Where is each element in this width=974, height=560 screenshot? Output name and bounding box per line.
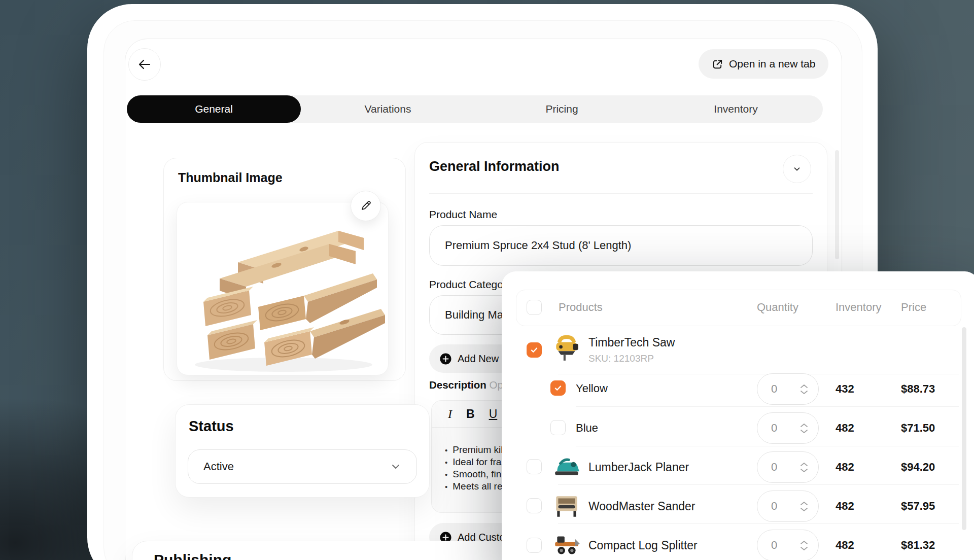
stepper-down-icon[interactable] xyxy=(800,507,808,512)
stepper-arrows xyxy=(800,462,808,473)
inventory-value: 482 xyxy=(836,461,854,474)
stepper-down-icon[interactable] xyxy=(800,546,808,551)
pencil-icon xyxy=(360,200,372,212)
variant-name: Blue xyxy=(576,422,598,435)
price-value: $57.95 xyxy=(901,500,935,513)
quantity-value: 0 xyxy=(771,500,777,513)
inventory-value: 482 xyxy=(836,500,854,513)
quantity-stepper-yellow[interactable]: 0 xyxy=(757,373,819,405)
row-divider xyxy=(558,374,959,374)
quantity-stepper-log-splitter[interactable]: 0 xyxy=(757,530,819,560)
stepper-up-icon[interactable] xyxy=(800,423,808,428)
product-image-planer xyxy=(552,452,581,482)
product-name: Compact Log Splitter xyxy=(588,539,698,552)
section-divider xyxy=(429,193,813,194)
product-image-sander xyxy=(552,491,581,520)
external-link-icon xyxy=(712,58,723,70)
arrow-left-icon xyxy=(137,57,152,72)
inventory-value: 482 xyxy=(836,539,854,552)
product-name-input[interactable]: Premium Spruce 2x4 Stud (8' Length) xyxy=(429,225,813,266)
row-checkbox-lumberjack-planer[interactable] xyxy=(527,459,542,474)
underline-button[interactable]: U xyxy=(489,407,498,421)
chevron-down-icon xyxy=(792,164,802,174)
quantity-value: 0 xyxy=(771,382,777,396)
product-category-label: Product Category xyxy=(429,278,512,291)
quantity-stepper-blue[interactable]: 0 xyxy=(757,412,819,444)
check-icon xyxy=(530,346,538,354)
price-value: $94.20 xyxy=(901,461,935,474)
tab-general[interactable]: General xyxy=(127,95,301,123)
stepper-down-icon[interactable] xyxy=(800,390,808,395)
open-new-tab-button[interactable]: Open in a new tab xyxy=(699,49,828,79)
stepper-up-icon[interactable] xyxy=(800,384,808,389)
open-new-tab-label: Open in a new tab xyxy=(729,58,815,70)
tab-bar: General Variations Pricing Inventory xyxy=(127,95,823,123)
column-header-quantity: Quantity xyxy=(757,301,798,314)
plus-circle-icon xyxy=(439,353,452,365)
column-header-products: Products xyxy=(559,301,603,314)
stepper-arrows xyxy=(800,540,808,551)
panel-scrollbar[interactable] xyxy=(962,327,966,530)
italic-button[interactable]: I xyxy=(448,407,452,421)
chevron-down-icon xyxy=(390,461,401,472)
price-value: $71.50 xyxy=(901,422,935,435)
thumbnail-title: Thumbnail Image xyxy=(178,170,283,185)
row-checkbox-yellow[interactable] xyxy=(550,380,566,396)
product-sku: SKU: 12103RP xyxy=(588,353,654,364)
quantity-stepper-sander[interactable]: 0 xyxy=(757,491,819,522)
row-checkbox-log-splitter[interactable] xyxy=(527,538,542,553)
lumber-photo xyxy=(177,202,388,375)
product-image-log-splitter xyxy=(552,531,581,560)
column-header-price: Price xyxy=(901,301,926,314)
row-checkbox-blue[interactable] xyxy=(550,420,566,435)
price-value: $88.73 xyxy=(901,382,935,396)
select-all-checkbox[interactable] xyxy=(527,300,542,315)
tab-inventory[interactable]: Inventory xyxy=(649,95,823,123)
status-select[interactable]: Active xyxy=(188,449,417,484)
product-name-label: Product Name xyxy=(429,208,497,221)
row-divider xyxy=(558,523,959,524)
publishing-card: Publishing xyxy=(132,541,514,560)
content-scrollbar[interactable] xyxy=(835,150,839,259)
stepper-down-icon[interactable] xyxy=(800,468,808,473)
quantity-value: 0 xyxy=(771,422,777,435)
status-card: Status Active xyxy=(175,404,430,498)
product-name: LumberJack Planer xyxy=(588,461,689,474)
product-image-jigsaw xyxy=(552,333,581,363)
inventory-value: 482 xyxy=(836,422,854,435)
row-divider xyxy=(558,484,959,485)
publishing-title: Publishing xyxy=(154,551,231,560)
collapse-section-button[interactable] xyxy=(783,155,811,183)
row-divider xyxy=(576,446,959,446)
stepper-up-icon[interactable] xyxy=(800,540,808,545)
quantity-value: 0 xyxy=(771,461,777,474)
row-checkbox-timbertech-saw[interactable] xyxy=(527,342,542,358)
row-checkbox-woodmaster-sander[interactable] xyxy=(527,498,542,513)
thumbnail-image xyxy=(177,202,389,375)
inventory-value: 432 xyxy=(836,382,854,396)
general-info-title: General Information xyxy=(429,159,560,174)
check-icon xyxy=(554,384,562,392)
tab-variations[interactable]: Variations xyxy=(301,95,475,123)
status-title: Status xyxy=(189,418,234,435)
product-name: WoodMaster Sander xyxy=(588,500,695,513)
variant-name: Yellow xyxy=(576,382,608,395)
edit-thumbnail-button[interactable] xyxy=(351,191,381,221)
row-divider xyxy=(576,406,959,407)
status-select-value: Active xyxy=(203,460,234,473)
back-button[interactable] xyxy=(128,48,161,81)
stepper-down-icon[interactable] xyxy=(800,429,808,434)
stepper-up-icon[interactable] xyxy=(800,501,808,506)
product-name-value: Premium Spruce 2x4 Stud (8' Length) xyxy=(445,239,631,252)
product-name: TimberTech Saw xyxy=(588,336,675,349)
stepper-arrows xyxy=(800,501,808,512)
stepper-arrows xyxy=(800,384,808,395)
page-background: Open in a new tab General Variations Pri… xyxy=(0,0,974,560)
bold-button[interactable]: B xyxy=(466,407,475,421)
quantity-stepper-planer[interactable]: 0 xyxy=(757,451,819,483)
price-value: $81.32 xyxy=(901,539,935,552)
thumbnail-card: Thumbnail Image xyxy=(163,158,406,381)
products-panel: Products Quantity Inventory Price Timber… xyxy=(502,271,974,560)
stepper-up-icon[interactable] xyxy=(800,462,808,467)
tab-pricing[interactable]: Pricing xyxy=(475,95,649,123)
